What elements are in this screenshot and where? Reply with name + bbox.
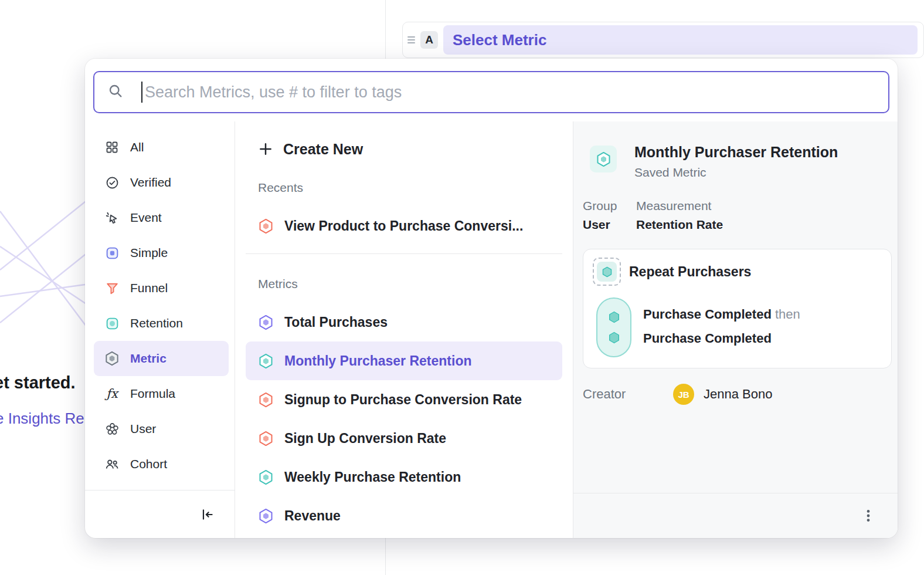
retention-metric-hexagon-icon [258,469,274,485]
metric-definition-card: Repeat Purchasers [583,249,892,368]
metric-list: Total Purchases Monthly Purchaser Retent… [235,303,573,535]
sidebar-item-formula[interactable]: ƒx Formula [94,376,229,411]
detail-title: Monthly Purchaser Retention [634,143,838,161]
metric-item-weekly-purchase-retention[interactable]: Weekly Purchase Retention [246,458,562,496]
metric-item-total-purchases[interactable]: Total Purchases [246,303,562,341]
search-input[interactable] [93,71,889,113]
metric-hexagon-icon [104,351,120,366]
more-options-button[interactable] [857,504,880,527]
metric-item-sign-up-conversion-rate[interactable]: Sign Up Conversion Rate [246,419,562,458]
metric-builder-row: A Select Metric [402,22,924,58]
search-bar [93,71,889,113]
sidebar-item-label: Verified [130,175,171,190]
sidebar-item-event[interactable]: Event [94,200,229,235]
simple-icon [104,245,120,261]
sidebar-item-label: Funnel [130,281,168,295]
group-label: Group [583,199,636,213]
grid-icon [104,140,120,155]
creator-row: Creator JB Jenna Bono [583,384,888,405]
sidebar-footer [85,490,235,538]
detail-header: Monthly Purchaser Retention Saved Metric [590,143,888,180]
recent-metric-item[interactable]: View Product to Purchase Conversi... [246,208,562,244]
drag-handle-icon[interactable] [407,36,415,43]
verified-badge-icon [104,175,120,190]
list-divider [246,253,562,254]
recent-metric-label: View Product to Purchase Conversi... [284,218,523,234]
retention-icon [104,316,120,331]
sidebar-item-user[interactable]: User [94,411,229,447]
event-hexagon-icon [608,311,620,323]
metrics-header: Metrics [258,277,562,291]
funnel-metric-hexagon-icon [258,218,274,234]
metric-item-signup-to-purchase[interactable]: Signup to Purchase Conversion Rate [246,380,562,419]
metric-list-column: Create New Recents View Product to Purch… [235,121,573,538]
sidebar-item-metric[interactable]: Metric [94,341,229,376]
metric-detail-panel: Monthly Purchaser Retention Saved Metric… [573,121,898,538]
creator-avatar: JB [673,384,694,405]
metric-item-label: Monthly Purchaser Retention [284,353,471,369]
sidebar-item-simple[interactable]: Simple [94,235,229,270]
recents-header: Recents [258,181,562,195]
detail-subtitle: Saved Metric [634,165,838,180]
simple-metric-hexagon-icon [258,314,274,330]
create-new-button[interactable]: Create New [258,137,562,161]
retention-metric-hexagon-icon [258,353,274,369]
metric-item-label: Total Purchases [284,314,388,330]
kebab-menu-icon [861,508,876,523]
sidebar-item-label: Event [130,211,162,225]
sidebar-item-label: Formula [130,387,175,401]
metric-picker-modal: All Verified [85,59,898,538]
sidebar-item-all[interactable]: All [94,130,229,165]
plus-icon [258,141,273,157]
group-value: User [583,218,636,232]
collapse-sidebar-button[interactable] [196,503,219,526]
measurement-label: Measurement [636,199,723,213]
page: et started. e Insights Re A Select Metri… [0,0,924,575]
definition-step-2: Purchase Completed [643,331,800,346]
select-metric-button[interactable]: Select Metric [443,25,918,55]
get-started-text: et started. [0,373,76,393]
event-cursor-icon [104,210,120,225]
definition-steps: Purchase Completed then Purchase Complet… [596,297,882,357]
sidebar-item-label: Simple [130,246,168,260]
sidebar-item-funnel[interactable]: Funnel [94,270,229,306]
metric-item-monthly-purchaser-retention[interactable]: Monthly Purchaser Retention [246,341,562,380]
sidebar-item-verified[interactable]: Verified [94,165,229,200]
metric-item-label: Weekly Purchase Retention [284,469,461,485]
retention-steps-pill [596,297,631,357]
definition-card-header: Repeat Purchasers [593,258,882,286]
event-hexagon-icon [608,332,620,344]
sidebar-item-label: User [130,422,156,436]
create-new-label: Create New [283,141,363,158]
search-icon [107,83,124,102]
metric-item-label: Signup to Purchase Conversion Rate [284,392,522,408]
funnel-metric-hexagon-icon [258,431,274,447]
definition-step-1: Purchase Completed then [643,307,800,322]
modal-body: All Verified [85,121,898,538]
sidebar-item-label: Cohort [130,457,167,471]
definition-card-title: Repeat Purchasers [629,264,751,280]
sidebar-item-cohort[interactable]: Cohort [94,447,229,482]
sidebar-item-label: Metric [130,351,167,366]
sidebar-item-label: All [130,140,144,154]
sidebar-item-label: Retention [130,316,183,330]
measurement-value: Retention Rate [636,218,723,232]
insights-report-link[interactable]: e Insights Re [0,410,84,428]
sidebar-item-retention[interactable]: Retention [94,306,229,341]
funnel-metric-hexagon-icon [258,392,274,408]
user-flower-icon [104,421,120,437]
metric-properties: Group User Measurement Retention Rate [583,199,723,232]
creator-label: Creator [583,387,673,402]
metric-item-label: Sign Up Conversion Rate [284,431,446,447]
simple-metric-hexagon-icon [258,508,274,524]
detail-footer [573,493,898,538]
filter-sidebar: All Verified [85,121,235,538]
metric-item-revenue[interactable]: Revenue [246,496,562,535]
creator-name: Jenna Bono [704,387,772,402]
formula-icon: ƒx [104,386,120,401]
cohort-people-icon [104,456,120,472]
select-metric-label: Select Metric [453,31,546,49]
retention-metric-hexagon-icon [590,146,617,172]
cohort-definition-icon [593,258,621,286]
text-caret [141,82,142,103]
